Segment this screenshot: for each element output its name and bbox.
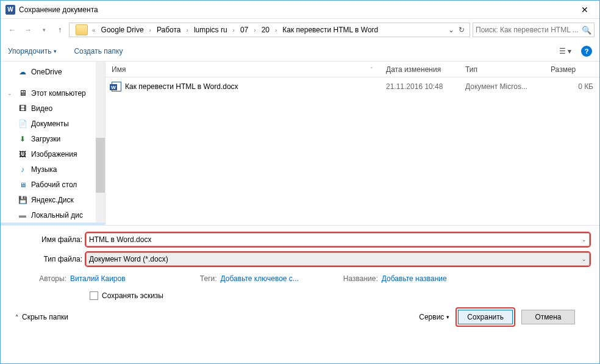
pc-icon (18, 88, 27, 98)
view-options-button[interactable]: ☰ ▾ (557, 45, 574, 58)
breadcrumb-bar[interactable]: « Google Drive › Работа › lumpics ru › 0… (69, 23, 470, 37)
window-title: Сохранение документа (19, 5, 573, 14)
sidebar-item[interactable]: Видео (1, 101, 105, 116)
chevron-up-icon: ˄ (15, 314, 18, 321)
sidebar-item-label: Локальный дис (31, 211, 83, 219)
sidebar-item-label: Загрузки (31, 135, 60, 143)
hdd-icon (18, 210, 27, 220)
filetype-field[interactable]: Документ Word (*.docx)⌄ (86, 252, 590, 266)
filename-field[interactable]: ⌄ (86, 233, 590, 246)
save-button[interactable]: Сохранить (458, 310, 513, 324)
chevron-down-icon[interactable]: ⌄ (579, 237, 587, 243)
filetype-value: Документ Word (*.docx) (89, 255, 579, 263)
toolbar: Упорядочить▾ Создать папку ☰ ▾ ? (1, 41, 599, 62)
sidebar-item-label: Музыка (31, 165, 57, 174)
file-size: 0 КБ (545, 82, 599, 91)
sidebar-item[interactable]: Изображения (1, 146, 105, 162)
doc-title-value[interactable]: Добавьте название (382, 274, 447, 283)
sidebar-item-label: Рабочий стол (31, 180, 77, 189)
tags-label: Теги: (193, 274, 217, 283)
sidebar-item[interactable]: Локальный дис (1, 207, 105, 223)
organize-button[interactable]: Упорядочить▾ (8, 47, 57, 55)
save-thumbnail-checkbox[interactable] (90, 291, 98, 300)
help-button[interactable]: ? (581, 46, 592, 57)
chevron-down-icon[interactable]: ⌄ (579, 256, 587, 262)
search-box[interactable]: 🔍 (473, 23, 595, 37)
bottom-form: Имя файла: ⌄ Тип файла: Документ Word (*… (1, 225, 599, 335)
filename-input[interactable] (89, 235, 579, 244)
breadcrumb-seg[interactable]: 20 (259, 24, 272, 35)
chevron-icon: › (273, 27, 279, 34)
save-thumbnail-label[interactable]: Сохранять эскизы (102, 291, 163, 300)
sidebar-item[interactable]: Музыка (1, 162, 105, 177)
breadcrumb-dropdown[interactable]: ⌄ ↻ (446, 26, 467, 34)
sidebar-item[interactable]: Загрузки (1, 131, 105, 146)
sidebar-item-label: Изображения (31, 150, 77, 159)
sidebar-item-label: Яндекс.Диск (31, 196, 74, 204)
breadcrumb-seg[interactable]: 07 (238, 24, 251, 35)
img-icon (18, 149, 27, 159)
desk-icon (18, 180, 27, 190)
video-icon (18, 104, 27, 113)
sidebar-item-label: Документы (31, 120, 69, 128)
breadcrumb-seg[interactable]: Как перевести HTML в Word (280, 24, 380, 35)
sidebar-item[interactable]: Документы (1, 116, 105, 131)
music-icon (18, 165, 27, 174)
sidebar-item[interactable]: OneDrive (1, 64, 105, 79)
navigation-row: ← → ▾ ↑ « Google Drive › Работа › lumpic… (1, 19, 599, 41)
file-date: 21.11.2016 10:48 (380, 82, 459, 91)
breadcrumb-seg[interactable]: lumpics ru (191, 24, 230, 35)
file-list: Имя˄ Дата изменения Тип Размер Как перев… (105, 62, 599, 225)
authors-value[interactable]: Виталий Каиров (70, 274, 126, 283)
search-input[interactable] (476, 26, 579, 34)
breadcrumb-seg[interactable]: Google Drive (99, 24, 146, 35)
doc-title-label: Название: (341, 274, 378, 283)
sidebar-item-label: Видео (31, 104, 52, 113)
filetype-label: Тип файла: (1, 255, 86, 263)
column-date[interactable]: Дата изменения (380, 62, 459, 77)
cancel-button[interactable]: Отмена (521, 310, 575, 324)
sidebar-item[interactable]: ⌄Этот компьютер (1, 85, 105, 101)
back-button[interactable]: ← (5, 23, 19, 37)
sidebar-item-label: OneDrive (31, 68, 62, 76)
chevron-icon: › (231, 27, 237, 34)
word-app-icon: W (5, 5, 15, 15)
column-type[interactable]: Тип (459, 62, 545, 77)
main-area: OneDrive⌄Этот компьютерВидеоДокументыЗаг… (1, 62, 599, 225)
titlebar: W Сохранение документа ✕ (1, 1, 599, 19)
breadcrumb-seg[interactable]: Работа (154, 24, 184, 35)
chevron-icon: › (252, 27, 257, 34)
docs-icon (18, 119, 27, 129)
sidebar-item[interactable]: Рабочий стол (1, 177, 105, 192)
search-icon: 🔍 (582, 26, 591, 35)
column-headers: Имя˄ Дата изменения Тип Размер (105, 62, 599, 77)
close-button[interactable]: ✕ (573, 1, 597, 18)
column-size[interactable]: Размер (545, 62, 599, 77)
tags-value[interactable]: Добавьте ключевое с... (221, 274, 299, 283)
chevron-icon: « (90, 27, 98, 34)
authors-label: Авторы: (30, 274, 66, 283)
sidebar-item[interactable]: Яндекс.Диск (1, 192, 105, 207)
filename-label: Имя файла: (1, 235, 86, 244)
sidebar-item[interactable]: Локальный дис (1, 223, 105, 225)
column-name[interactable]: Имя˄ (105, 62, 380, 77)
dl-icon (18, 134, 27, 144)
up-button[interactable]: ↑ (53, 23, 66, 37)
file-row[interactable]: Как перевести HTML в Word.docx21.11.2016… (105, 79, 599, 95)
sidebar-item-label: Этот компьютер (31, 89, 86, 98)
chevron-icon: › (185, 27, 190, 34)
recent-dropdown[interactable]: ▾ (37, 23, 51, 37)
new-folder-button[interactable]: Создать папку (74, 47, 123, 55)
service-menu[interactable]: Сервис▾ (419, 313, 449, 321)
folder-icon (76, 24, 88, 35)
word-doc-icon (112, 82, 121, 91)
hide-folders-button[interactable]: ˄ Скрыть папки (15, 313, 68, 321)
forward-button[interactable]: → (21, 23, 35, 37)
chevron-icon: › (148, 27, 153, 34)
sidebar: OneDrive⌄Этот компьютерВидеоДокументыЗаг… (1, 62, 105, 225)
file-type: Документ Micros... (459, 82, 545, 91)
file-name: Как перевести HTML в Word.docx (125, 82, 238, 91)
onedrive-icon (18, 67, 27, 77)
expand-icon[interactable]: ⌄ (7, 90, 12, 96)
yad-icon (18, 195, 27, 205)
